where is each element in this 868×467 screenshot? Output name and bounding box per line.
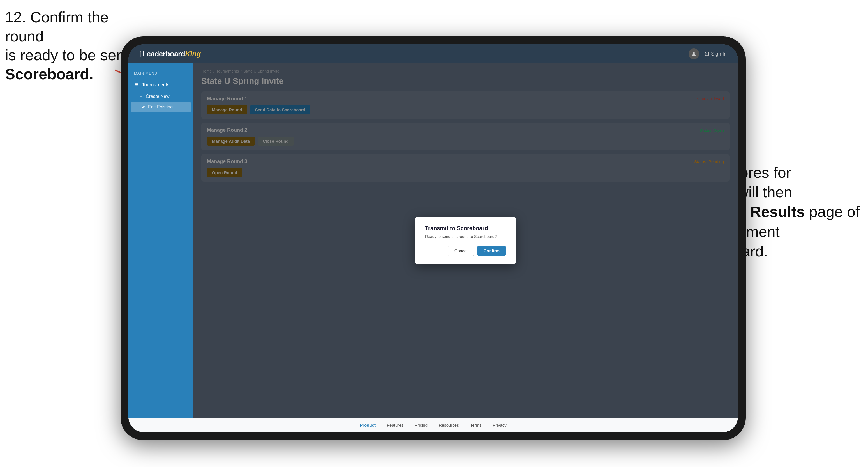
top-navbar: [ LeaderboardKing Sign In — [128, 44, 738, 63]
tablet-screen: [ LeaderboardKing Sign In — [128, 44, 738, 432]
footer-link-pricing[interactable]: Pricing — [415, 423, 428, 428]
sidebar-main-menu-label: MAIN MENU — [128, 69, 193, 79]
footer-link-terms[interactable]: Terms — [470, 423, 482, 428]
svg-point-2 — [693, 52, 695, 54]
footer-link-features[interactable]: Features — [387, 423, 403, 428]
nav-right: Sign In — [688, 49, 727, 59]
modal-overlay: Transmit to Scoreboard Ready to send thi… — [193, 63, 738, 418]
logo-area: [ LeaderboardKing — [140, 50, 201, 58]
sidebar: MAIN MENU Tournaments Create New Edit Ex… — [128, 63, 193, 418]
footer-link-resources[interactable]: Resources — [439, 423, 459, 428]
tablet-device: [ LeaderboardKing Sign In — [121, 36, 746, 440]
sidebar-item-edit-existing[interactable]: Edit Existing — [131, 102, 191, 113]
modal-title: Transmit to Scoreboard — [425, 225, 506, 231]
modal-cancel-button[interactable]: Cancel — [448, 246, 474, 256]
modal-confirm-button[interactable]: Confirm — [477, 246, 506, 256]
sign-in-button[interactable]: Sign In — [705, 51, 727, 57]
sidebar-item-create-new[interactable]: Create New — [128, 91, 193, 102]
footer-link-product[interactable]: Product — [360, 423, 376, 428]
logo-bracket: [ — [140, 50, 141, 58]
main-content: Home / Tournaments / State U Spring Invi… — [193, 63, 738, 418]
footer-link-privacy[interactable]: Privacy — [493, 423, 506, 428]
logo-text: LeaderboardKing — [143, 50, 201, 58]
user-avatar-icon[interactable] — [688, 49, 699, 59]
modal-subtitle: Ready to send this round to Scoreboard? — [425, 234, 506, 239]
transmit-modal: Transmit to Scoreboard Ready to send thi… — [415, 217, 516, 264]
content-area: MAIN MENU Tournaments Create New Edit Ex… — [128, 63, 738, 418]
modal-buttons: Cancel Confirm — [425, 246, 506, 256]
footer: Product Features Pricing Resources Terms… — [128, 418, 738, 432]
sidebar-item-tournaments[interactable]: Tournaments — [128, 79, 193, 91]
